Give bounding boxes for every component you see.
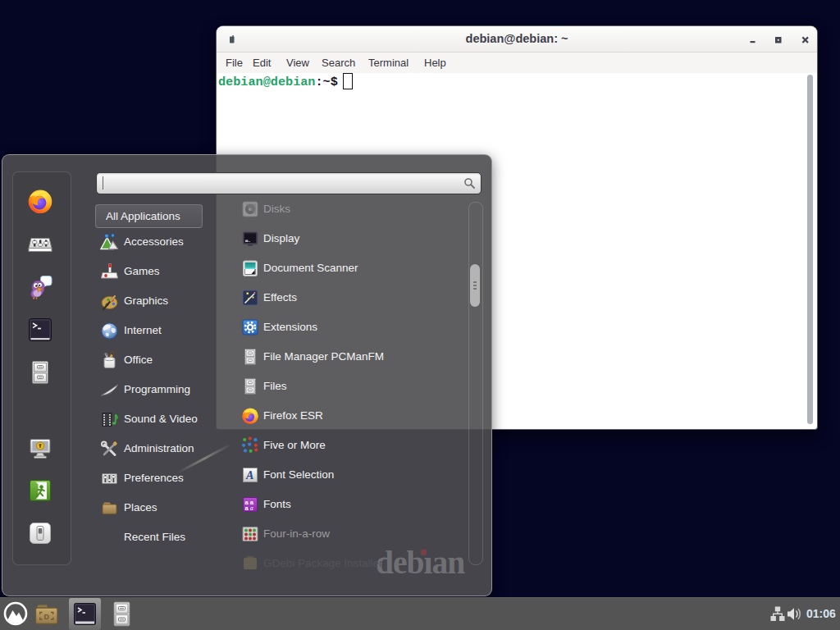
- svg-text:A: A: [245, 469, 253, 482]
- svg-text:D: D: [44, 613, 50, 621]
- svg-text:a: a: [250, 504, 253, 512]
